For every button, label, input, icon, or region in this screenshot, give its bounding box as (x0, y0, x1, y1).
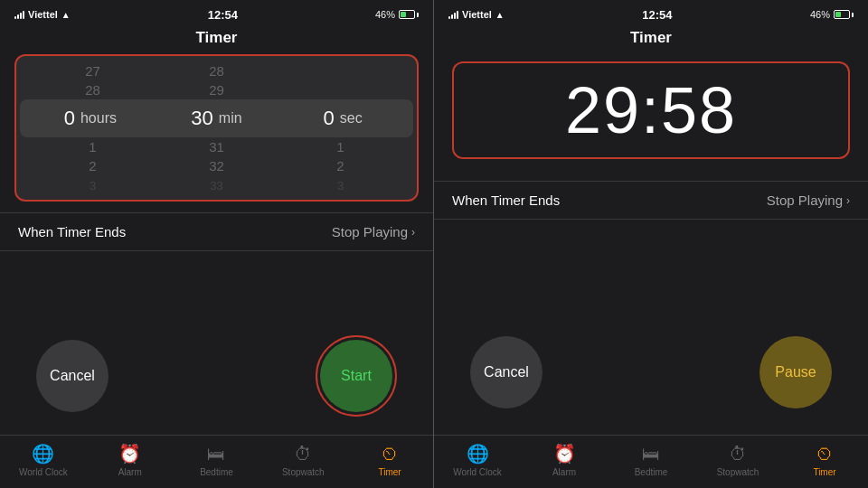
timer-ends-label-left: When Timer Ends (18, 224, 126, 239)
stopwatch-icon-right: ⏱ (729, 444, 747, 465)
carrier-right: Viettel (462, 9, 492, 20)
alarm-icon-right: ⏰ (553, 443, 576, 465)
screen-title-right: Timer (434, 25, 868, 54)
status-left: Viettel ▲ (14, 9, 71, 20)
picker-below-h1: 1 (31, 139, 155, 155)
tab-bar-right: 🌐 World Clock ⏰ Alarm 🛏 Bedtime ⏱ Stopwa… (434, 435, 868, 488)
cancel-button-right[interactable]: Cancel (470, 336, 542, 408)
picker-below-s3: 3 (278, 177, 402, 192)
timer-ends-stop-left: Stop Playing (332, 224, 408, 239)
picker-below-row3: 3 33 3 (16, 177, 417, 196)
battery-body (399, 10, 415, 19)
world-clock-label-right: World Clock (453, 467, 502, 477)
picker-min-value: 30 (191, 107, 212, 130)
picker-section: 27 28 28 29 0 hours 30 (0, 54, 433, 202)
picker-hours-value: 0 (64, 107, 75, 130)
tab-timer-left[interactable]: ⏲ Timer (346, 444, 433, 477)
timer-display-section: 29:58 (434, 54, 868, 170)
picker-below-m3: 33 (155, 177, 278, 192)
tab-stopwatch-right[interactable]: ⏱ Stopwatch (694, 444, 781, 477)
alarm-label-right: Alarm (552, 467, 576, 477)
picker-below-row2: 2 32 2 (16, 158, 417, 177)
picker-below-s2: 2 (278, 158, 402, 174)
tab-alarm-left[interactable]: ⏰ Alarm (87, 443, 174, 477)
status-left-right: Viettel ▲ (448, 9, 505, 20)
battery-body-right (834, 10, 850, 19)
timer-ends-value-right: Stop Playing › (767, 192, 850, 208)
picker-above-m2: 29 (155, 82, 278, 98)
tab-stopwatch-left[interactable]: ⏱ Stopwatch (259, 444, 346, 477)
timer-digits: 29:58 (472, 78, 830, 143)
timer-ends-stop-right: Stop Playing (767, 192, 843, 208)
picker-below-m2: 32 (155, 158, 278, 174)
battery-fill-right (835, 12, 841, 17)
battery-percent-left: 46% (375, 9, 395, 20)
buttons-row-left: Cancel Start (0, 317, 433, 435)
status-bar-left: Viettel ▲ 12:54 46% (0, 0, 433, 25)
wifi-icon-right: ▲ (495, 10, 505, 20)
time-right: 12:54 (642, 8, 672, 22)
picker-below-h3: 3 (31, 177, 155, 192)
tab-timer-right[interactable]: ⏲ Timer (781, 444, 868, 477)
pause-button[interactable]: Pause (760, 336, 832, 408)
tab-bedtime-left[interactable]: 🛏 Bedtime (174, 444, 260, 477)
battery-tip (417, 13, 419, 17)
tab-bedtime-right[interactable]: 🛏 Bedtime (608, 444, 694, 477)
timer-label-right: Timer (813, 467, 835, 477)
world-clock-icon-right: 🌐 (467, 443, 489, 465)
world-clock-icon-left: 🌐 (32, 443, 54, 465)
bedtime-label-left: Bedtime (200, 467, 233, 477)
picker-above-rows2: 28 29 (16, 79, 417, 98)
picker-selected-row[interactable]: 0 hours 30 min 0 sec (20, 99, 413, 137)
picker-hours-label: hours (80, 110, 117, 127)
picker-above-h1: 27 (31, 63, 155, 79)
right-phone: Viettel ▲ 12:54 46% Timer 29:58 (434, 0, 868, 488)
picker-sec-selected: 0 sec (279, 103, 406, 134)
status-right-left: 46% (375, 9, 419, 20)
tab-world-clock-right[interactable]: 🌐 World Clock (434, 443, 521, 477)
picker-hours-selected: 0 hours (27, 103, 154, 134)
bedtime-icon-right: 🛏 (642, 444, 660, 465)
battery-fill (401, 12, 406, 17)
tab-bar-left: 🌐 World Clock ⏰ Alarm 🛏 Bedtime ⏱ Stopwa… (0, 435, 433, 488)
timer-ends-row-right[interactable]: When Timer Ends Stop Playing › (434, 181, 868, 220)
battery-tip-right (852, 13, 854, 17)
picker-below-row1: 1 31 1 (16, 139, 417, 158)
timer-icon-left: ⏲ (381, 444, 399, 465)
status-right-right: 46% (810, 9, 854, 20)
picker-min-selected: 30 min (154, 103, 280, 134)
stopwatch-label-left: Stopwatch (282, 467, 325, 477)
alarm-icon-left: ⏰ (118, 443, 141, 465)
battery-icon-right (834, 10, 854, 19)
timer-label-left: Timer (378, 467, 401, 477)
bedtime-label-right: Bedtime (635, 467, 668, 477)
start-button-wrapper: Start (316, 335, 397, 417)
signal-bars (14, 10, 24, 19)
left-phone: Viettel ▲ 12:54 46% Timer 27 (0, 0, 434, 488)
picker-above-rows: 27 28 (16, 60, 417, 79)
battery-percent-right: 46% (810, 9, 830, 20)
signal-bars-right (448, 10, 458, 19)
picker-sec-label: sec (340, 110, 363, 127)
picker-above-s1 (278, 63, 402, 79)
timer-ends-value-left: Stop Playing › (332, 224, 415, 239)
cancel-button-left[interactable]: Cancel (36, 340, 108, 412)
start-button[interactable]: Start (320, 340, 392, 412)
tab-world-clock-left[interactable]: 🌐 World Clock (0, 443, 87, 477)
buttons-row-right: Cancel Pause (434, 309, 868, 435)
tab-alarm-right[interactable]: ⏰ Alarm (521, 443, 608, 477)
picker-below-s1: 1 (278, 139, 402, 155)
picker-above-s2 (278, 82, 402, 98)
bedtime-icon-left: 🛏 (207, 444, 225, 465)
picker-below-h2: 2 (31, 158, 155, 174)
picker-sec-value: 0 (324, 107, 335, 130)
picker-container[interactable]: 27 28 28 29 0 hours 30 (14, 54, 419, 202)
timer-icon-right: ⏲ (816, 444, 834, 465)
timer-ends-row-left[interactable]: When Timer Ends Stop Playing › (0, 212, 433, 251)
chevron-right-left: › (411, 226, 415, 239)
picker-above-h2: 28 (31, 82, 155, 98)
alarm-label-left: Alarm (118, 467, 142, 477)
picker-min-label: min (219, 110, 242, 127)
timer-ends-label-right: When Timer Ends (452, 192, 560, 208)
stopwatch-icon-left: ⏱ (294, 444, 312, 465)
